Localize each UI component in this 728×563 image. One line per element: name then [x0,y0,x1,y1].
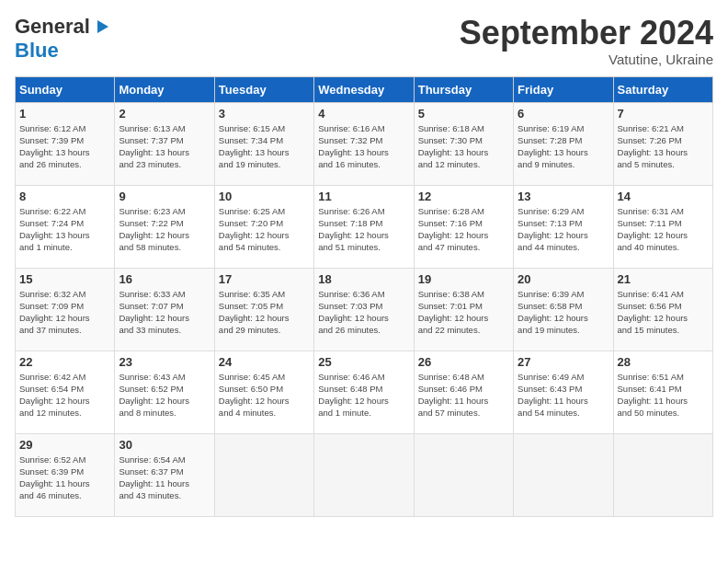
table-row: 4Sunrise: 6:16 AM Sunset: 7:32 PM Daylig… [314,102,414,185]
day-info: Sunrise: 6:29 AM Sunset: 7:13 PM Dayligh… [518,205,609,254]
day-info: Sunrise: 6:42 AM Sunset: 6:54 PM Dayligh… [19,371,110,419]
table-row: 22Sunrise: 6:42 AM Sunset: 6:54 PM Dayli… [16,350,115,433]
day-info: Sunrise: 6:16 AM Sunset: 7:32 PM Dayligh… [318,122,409,171]
day-info: Sunrise: 6:48 AM Sunset: 6:46 PM Dayligh… [418,371,509,419]
table-row [214,433,313,516]
day-number: 18 [318,272,409,286]
logo-blue-text: Blue [15,39,59,62]
calendar-week-row: 22Sunrise: 6:42 AM Sunset: 6:54 PM Dayli… [16,350,713,433]
day-info: Sunrise: 6:41 AM Sunset: 6:56 PM Dayligh… [618,288,709,337]
day-info: Sunrise: 6:35 AM Sunset: 7:05 PM Dayligh… [219,288,310,337]
logo-general-text: General [15,15,90,39]
table-row: 28Sunrise: 6:51 AM Sunset: 6:41 PM Dayli… [613,350,712,433]
day-info: Sunrise: 6:39 AM Sunset: 6:58 PM Dayligh… [518,288,609,337]
day-info: Sunrise: 6:38 AM Sunset: 7:01 PM Dayligh… [418,288,509,337]
day-number: 8 [19,190,110,203]
day-info: Sunrise: 6:33 AM Sunset: 7:07 PM Dayligh… [119,288,210,337]
day-info: Sunrise: 6:36 AM Sunset: 7:03 PM Dayligh… [318,288,409,337]
table-row: 3Sunrise: 6:15 AM Sunset: 7:34 PM Daylig… [214,102,313,185]
table-row: 8Sunrise: 6:22 AM Sunset: 7:24 PM Daylig… [16,185,115,268]
table-row: 20Sunrise: 6:39 AM Sunset: 6:58 PM Dayli… [514,268,613,350]
logo: General Blue [15,15,110,63]
day-number: 2 [119,107,210,121]
table-row [613,433,712,516]
day-info: Sunrise: 6:32 AM Sunset: 7:09 PM Dayligh… [19,288,110,337]
day-info: Sunrise: 6:52 AM Sunset: 6:39 PM Dayligh… [19,454,110,502]
day-number: 24 [219,355,310,369]
table-row: 9Sunrise: 6:23 AM Sunset: 7:22 PM Daylig… [115,185,214,268]
table-row: 5Sunrise: 6:18 AM Sunset: 7:30 PM Daylig… [414,102,513,185]
day-info: Sunrise: 6:43 AM Sunset: 6:52 PM Dayligh… [119,371,210,419]
day-number: 22 [19,355,110,369]
day-number: 15 [19,272,110,286]
day-number: 28 [618,355,709,369]
col-tuesday: Tuesday [214,76,313,102]
day-number: 23 [119,355,210,369]
day-info: Sunrise: 6:23 AM Sunset: 7:22 PM Dayligh… [119,205,210,254]
day-number: 1 [19,107,110,121]
table-row [314,433,414,516]
day-info: Sunrise: 6:26 AM Sunset: 7:18 PM Dayligh… [318,205,409,254]
col-monday: Monday [115,76,214,102]
col-sunday: Sunday [16,76,115,102]
day-number: 11 [318,190,409,203]
day-info: Sunrise: 6:25 AM Sunset: 7:20 PM Dayligh… [219,205,310,254]
table-row: 1Sunrise: 6:12 AM Sunset: 7:39 PM Daylig… [16,102,115,185]
day-info: Sunrise: 6:18 AM Sunset: 7:30 PM Dayligh… [418,122,509,171]
day-number: 19 [418,272,509,286]
day-info: Sunrise: 6:46 AM Sunset: 6:48 PM Dayligh… [318,371,409,419]
calendar-table: Sunday Monday Tuesday Wednesday Thursday… [15,76,713,517]
day-info: Sunrise: 6:19 AM Sunset: 7:28 PM Dayligh… [518,122,609,171]
table-row: 18Sunrise: 6:36 AM Sunset: 7:03 PM Dayli… [314,268,414,350]
day-info: Sunrise: 6:54 AM Sunset: 6:37 PM Dayligh… [119,454,210,502]
table-row: 16Sunrise: 6:33 AM Sunset: 7:07 PM Dayli… [115,268,214,350]
calendar-week-row: 8Sunrise: 6:22 AM Sunset: 7:24 PM Daylig… [16,185,713,268]
svg-marker-0 [97,20,108,33]
table-row: 23Sunrise: 6:43 AM Sunset: 6:52 PM Dayli… [115,350,214,433]
page-header: General Blue September 2024 Vatutine, Uk… [15,15,713,67]
day-info: Sunrise: 6:22 AM Sunset: 7:24 PM Dayligh… [19,205,110,254]
table-row: 11Sunrise: 6:26 AM Sunset: 7:18 PM Dayli… [314,185,414,268]
table-row: 25Sunrise: 6:46 AM Sunset: 6:48 PM Dayli… [314,350,414,433]
day-number: 13 [518,190,609,203]
month-title: September 2024 [460,15,713,52]
day-info: Sunrise: 6:12 AM Sunset: 7:39 PM Dayligh… [19,122,110,171]
calendar-week-row: 15Sunrise: 6:32 AM Sunset: 7:09 PM Dayli… [16,268,713,350]
title-section: September 2024 Vatutine, Ukraine [460,15,713,67]
day-number: 26 [418,355,509,369]
day-number: 3 [219,107,310,121]
day-number: 30 [119,438,210,452]
table-row: 30Sunrise: 6:54 AM Sunset: 6:37 PM Dayli… [115,433,214,516]
day-info: Sunrise: 6:49 AM Sunset: 6:43 PM Dayligh… [518,371,609,419]
calendar-week-row: 29Sunrise: 6:52 AM Sunset: 6:39 PM Dayli… [16,433,713,516]
calendar-week-row: 1Sunrise: 6:12 AM Sunset: 7:39 PM Daylig… [16,102,713,185]
table-row: 14Sunrise: 6:31 AM Sunset: 7:11 PM Dayli… [613,185,712,268]
col-thursday: Thursday [414,76,513,102]
table-row: 12Sunrise: 6:28 AM Sunset: 7:16 PM Dayli… [414,185,513,268]
day-number: 10 [219,190,310,203]
table-row: 17Sunrise: 6:35 AM Sunset: 7:05 PM Dayli… [214,268,313,350]
day-info: Sunrise: 6:21 AM Sunset: 7:26 PM Dayligh… [618,122,709,171]
day-info: Sunrise: 6:15 AM Sunset: 7:34 PM Dayligh… [219,122,310,171]
day-info: Sunrise: 6:45 AM Sunset: 6:50 PM Dayligh… [219,371,310,419]
day-number: 5 [418,107,509,121]
day-number: 29 [19,438,110,452]
calendar-header-row: Sunday Monday Tuesday Wednesday Thursday… [16,76,713,102]
table-row: 15Sunrise: 6:32 AM Sunset: 7:09 PM Dayli… [16,268,115,350]
table-row: 10Sunrise: 6:25 AM Sunset: 7:20 PM Dayli… [214,185,313,268]
day-info: Sunrise: 6:28 AM Sunset: 7:16 PM Dayligh… [418,205,509,254]
day-number: 7 [618,107,709,121]
day-number: 16 [119,272,210,286]
col-saturday: Saturday [613,76,712,102]
table-row: 24Sunrise: 6:45 AM Sunset: 6:50 PM Dayli… [214,350,313,433]
table-row [514,433,613,516]
subtitle: Vatutine, Ukraine [460,52,713,67]
day-number: 17 [219,272,310,286]
day-number: 25 [318,355,409,369]
table-row: 19Sunrise: 6:38 AM Sunset: 7:01 PM Dayli… [414,268,513,350]
day-number: 4 [318,107,409,121]
day-number: 9 [119,190,210,203]
table-row: 6Sunrise: 6:19 AM Sunset: 7:28 PM Daylig… [514,102,613,185]
table-row: 29Sunrise: 6:52 AM Sunset: 6:39 PM Dayli… [16,433,115,516]
logo-arrow-icon [90,17,110,37]
